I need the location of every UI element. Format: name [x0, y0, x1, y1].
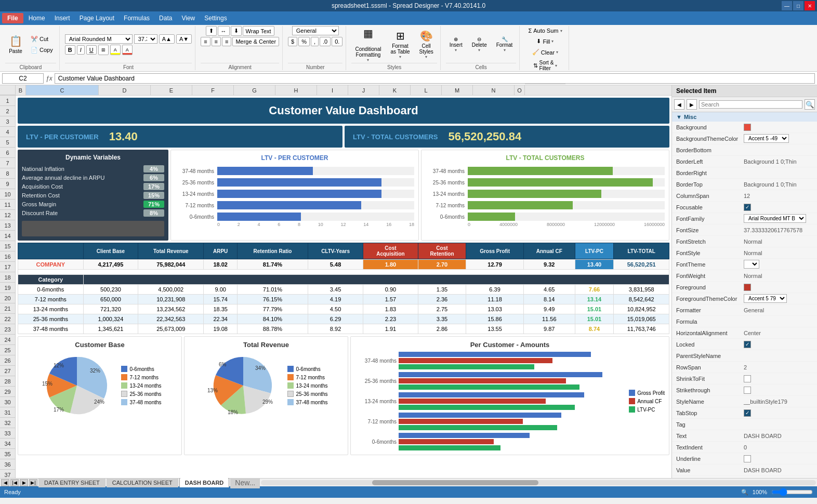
font-theme-select[interactable]: [744, 260, 759, 269]
font-decrease-button[interactable]: A▼: [176, 34, 192, 44]
row-19[interactable]: 19: [0, 283, 16, 293]
font-family-select[interactable]: Arial Rounded M: [65, 34, 133, 44]
row-23[interactable]: 23: [0, 324, 16, 335]
font-size-select[interactable]: 37.3: [134, 34, 157, 44]
row-27[interactable]: 27: [0, 366, 16, 376]
wrap-text-button[interactable]: Wrap Text: [243, 26, 274, 36]
row-12[interactable]: 12: [0, 210, 16, 220]
row-25[interactable]: 25: [0, 345, 16, 355]
row-15[interactable]: 15: [0, 241, 16, 251]
format-as-table-button[interactable]: ⊞ Formatas Table ▾: [387, 28, 413, 61]
row-35[interactable]: 35: [0, 449, 16, 459]
row-34[interactable]: 34: [0, 439, 16, 449]
row-31[interactable]: 31: [0, 407, 16, 418]
menu-formulas[interactable]: Formulas: [120, 13, 154, 23]
menu-data[interactable]: Data: [155, 13, 176, 23]
row-8[interactable]: 8: [0, 168, 16, 179]
percent-button[interactable]: %: [298, 37, 310, 46]
row-14[interactable]: 14: [0, 231, 16, 241]
delete-button[interactable]: ⊖ Delete ▾: [468, 28, 491, 61]
paste-button[interactable]: 📋 Paste: [5, 28, 26, 61]
number-format-select[interactable]: General: [292, 26, 339, 35]
align-middle-button[interactable]: ↔: [218, 26, 230, 36]
row-21[interactable]: 21: [0, 303, 16, 314]
shrink-checkbox[interactable]: [744, 375, 751, 382]
row-32[interactable]: 32: [0, 418, 16, 428]
row-2[interactable]: 2: [0, 106, 16, 116]
side-panel-search[interactable]: [699, 100, 802, 109]
col-header-g[interactable]: G: [234, 85, 275, 95]
col-header-l[interactable]: L: [411, 85, 442, 95]
align-right-button[interactable]: ≡: [222, 37, 231, 46]
row-11[interactable]: 11: [0, 200, 16, 210]
row-37[interactable]: 37: [0, 470, 16, 478]
locked-checkbox[interactable]: ✓: [744, 341, 751, 348]
clear-button[interactable]: 🧹 Clear ▾: [529, 47, 561, 57]
conditional-formatting-button[interactable]: ▦ ConditionalFormatting ▾: [351, 28, 385, 61]
formula-input[interactable]: [55, 73, 815, 84]
row-6[interactable]: 6: [0, 148, 16, 158]
auto-sum-button[interactable]: Σ Auto Sum ▾: [525, 26, 565, 35]
underline-button[interactable]: U: [86, 45, 97, 55]
scroll-right-button[interactable]: ▶: [20, 479, 28, 486]
insert-button[interactable]: ⊕ Insert ▾: [446, 28, 466, 61]
minimize-button[interactable]: —: [782, 1, 792, 10]
bold-button[interactable]: B: [65, 45, 75, 55]
fill-color-button[interactable]: A: [110, 45, 121, 55]
scroll-left-button[interactable]: ◀: [1, 479, 9, 486]
font-increase-button[interactable]: A▲: [159, 34, 175, 44]
row-30[interactable]: 30: [0, 397, 16, 407]
font-family-prop-select[interactable]: Arial Rounded MT Bold: [744, 214, 806, 223]
tab-calculation[interactable]: CALCULATION SHEET: [107, 478, 178, 487]
row-29[interactable]: 29: [0, 387, 16, 397]
copy-button[interactable]: 📄 Copy: [28, 45, 56, 55]
col-header-m[interactable]: M: [442, 85, 473, 95]
row-4[interactable]: 4: [0, 127, 16, 137]
col-header-k[interactable]: K: [379, 85, 411, 95]
horizontal-scrollbar[interactable]: [261, 480, 816, 485]
format-button[interactable]: 🔧 Format ▾: [493, 28, 517, 61]
align-top-button[interactable]: ⬆: [206, 26, 217, 36]
row-24[interactable]: 24: [0, 335, 16, 345]
misc-collapse-icon[interactable]: ▼: [676, 114, 682, 120]
tabstop-checkbox[interactable]: ✓: [744, 409, 751, 417]
foreground-color-swatch[interactable]: [744, 284, 751, 291]
row-20[interactable]: 20: [0, 293, 16, 303]
row-9[interactable]: 9: [0, 179, 16, 189]
col-header-i[interactable]: I: [317, 85, 348, 95]
font-color-button[interactable]: A: [122, 45, 133, 55]
row-33[interactable]: 33: [0, 428, 16, 439]
col-header-h[interactable]: H: [275, 85, 317, 95]
col-header-j[interactable]: J: [348, 85, 379, 95]
cut-button[interactable]: ✂️ Cut: [28, 34, 56, 44]
currency-button[interactable]: $: [288, 37, 297, 46]
zoom-slider[interactable]: [771, 488, 813, 496]
fill-button[interactable]: ⬇ Fill ▾: [533, 36, 557, 46]
row-13[interactable]: 13: [0, 220, 16, 231]
align-left-button[interactable]: ≡: [201, 37, 210, 46]
col-header-o[interactable]: O: [515, 85, 525, 95]
close-button[interactable]: ✕: [805, 1, 815, 10]
tab-new[interactable]: New...: [230, 477, 260, 488]
row-26[interactable]: 26: [0, 355, 16, 366]
background-color-swatch[interactable]: [744, 124, 751, 131]
row-17[interactable]: 17: [0, 262, 16, 272]
scroll-first-button[interactable]: |◀: [10, 479, 19, 486]
sort-filter-button[interactable]: ⇅ Sort & Filter ▾: [530, 58, 561, 73]
cell-reference-input[interactable]: [2, 73, 44, 84]
row-16[interactable]: 16: [0, 251, 16, 262]
menu-home[interactable]: Home: [24, 13, 49, 23]
underline-checkbox[interactable]: [744, 455, 751, 462]
col-header-f[interactable]: F: [192, 85, 234, 95]
menu-view[interactable]: View: [177, 13, 199, 23]
menu-file[interactable]: File: [2, 13, 23, 23]
menu-settings[interactable]: Settings: [200, 13, 231, 23]
row-36[interactable]: 36: [0, 459, 16, 470]
border-color-button[interactable]: ⊞: [98, 45, 109, 55]
row-10[interactable]: 10: [0, 189, 16, 200]
decimal-decrease-button[interactable]: 0.: [332, 37, 342, 46]
col-header-e[interactable]: E: [151, 85, 192, 95]
col-header-n[interactable]: N: [473, 85, 515, 95]
decimal-increase-button[interactable]: .0: [320, 37, 331, 46]
scroll-last-button[interactable]: ▶|: [29, 479, 37, 486]
